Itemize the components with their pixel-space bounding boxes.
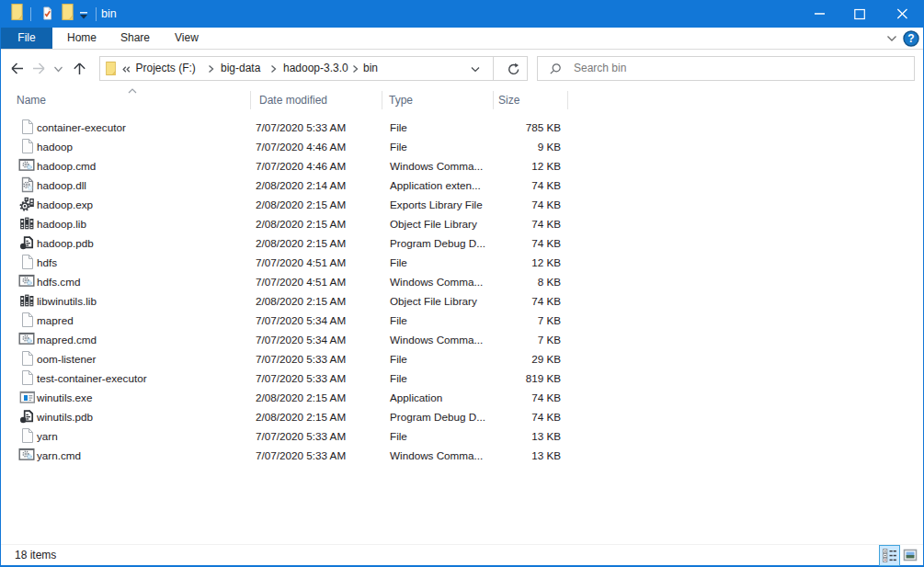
svg-text:?: ? (907, 32, 914, 45)
